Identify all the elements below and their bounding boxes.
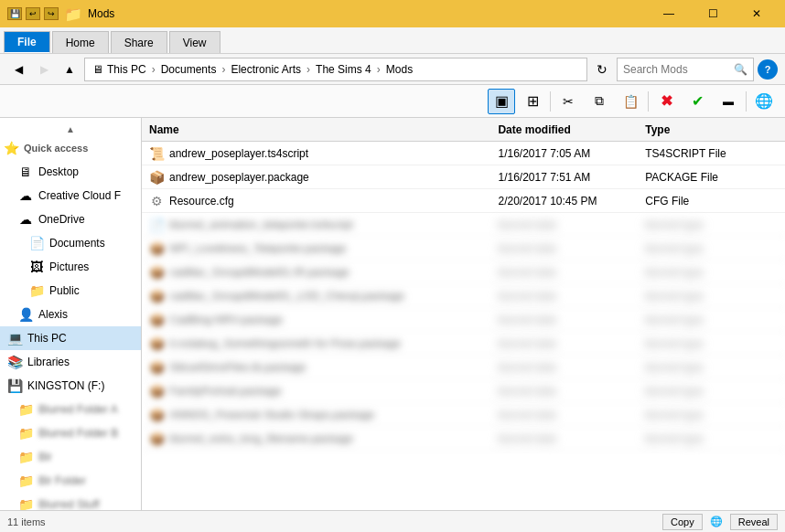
creative-cloud-icon: ☁ [18,188,33,203]
sidebar-label-kingston: KINGSTON (F:) [27,379,104,392]
sidebar-item-creative-cloud[interactable]: ☁ Creative Cloud F [0,184,141,207]
copy-status-button[interactable]: Copy [662,514,703,530]
cut-button[interactable]: ✂ [554,89,582,114]
paste-button[interactable]: 📋 [617,89,644,114]
file-row-blurred-7[interactable]: 📦 Silica4SimsFiles.tb.package blurred da… [142,356,785,379]
tab-file[interactable]: File [4,31,50,53]
file-list-header: Name Date modified Type [142,118,785,142]
sidebar-item-libraries[interactable]: 📚 Libraries [0,350,141,374]
properties-button[interactable]: ▬ [715,89,742,114]
column-header-type[interactable]: Type [638,123,785,136]
file-row-blurred-1[interactable]: 📄 blurred_animation_teleporter.ts4script… [142,213,785,237]
file-icon-package: 📦 [149,170,164,185]
public-icon: 📁 [29,283,44,298]
delete-button[interactable]: ✖ [652,89,680,114]
file-row-blurred-6[interactable]: 📦 it.notabug_Somethingsometh for Pose.pa… [142,332,785,356]
sidebar-item-alexis[interactable]: 👤 Alexis [0,303,141,326]
pictures-icon: 🖼 [29,260,44,274]
sidebar-item-desktop[interactable]: 🖥 Desktop [0,160,141,184]
column-header-date-modified[interactable]: Date modified [490,123,638,136]
file-name-package: andrew_poseplayer.package [169,171,309,184]
file-row-blurred-10[interactable]: 📦 blurred_extra_long_filename.package bl… [142,427,785,451]
sidebar-item-blurred-4[interactable]: 📁 Blr Folder [0,469,141,493]
close-button[interactable]: ✕ [736,0,778,27]
file-row-blurred-2[interactable]: 📦 WFI_Loveliness_Teleporter.package blur… [142,237,785,261]
up-button[interactable]: ▲ [59,59,81,80]
refresh-button[interactable]: ↻ [591,59,613,80]
file-date-cfg: 2/20/2017 10:45 PM [490,195,638,207]
file-list-container: Name Date modified Type 📜 andrew_posepla… [142,118,785,510]
search-input[interactable] [623,63,730,76]
sidebar-scroll-up[interactable]: ▲ [0,122,141,136]
tab-share[interactable]: Share [111,31,167,53]
sidebar-item-pictures[interactable]: 🖼 Pictures [0,255,141,279]
sidebar-item-onedrive[interactable]: ☁ OneDrive [0,207,141,231]
help-button[interactable]: ? [758,59,778,80]
sidebar-item-documents[interactable]: 📄 Documents [0,231,141,255]
title-bar-controls: — ☐ ✕ [648,0,778,27]
file-date-blurred-1: blurred date [490,218,638,231]
view-toggle-button[interactable]: ⊞ [519,89,546,114]
reveal-status-button[interactable]: Reveal [730,514,778,530]
tab-home[interactable]: Home [52,31,109,53]
sidebar-label-creative-cloud: Creative Cloud F [38,189,121,202]
file-type-package: PACKAGE File [638,171,785,184]
back-button[interactable]: ◀ [7,59,29,80]
rename-button[interactable]: ✔ [683,89,711,114]
network-icon: 🌐 [710,516,723,527]
file-name-ts4script: andrew_poseplayer.ts4script [169,147,308,160]
folder-icon: 📁 [64,5,82,23]
file-row-blurred-4[interactable]: 📦 cadillac_GroupdModel01_LOD_ChevyLpacka… [142,284,785,308]
sidebar-item-this-pc[interactable]: 💻 This PC [0,326,141,350]
title-bar: 💾 ↩ ↪ 📁 Mods — ☐ ✕ [0,0,785,27]
path-pc: 🖥 [92,63,103,76]
sidebar-item-quick-access: ⭐ Quick access [0,136,141,160]
file-row-blurred-5[interactable]: 📦 CadBing-NRV-package blurred date blurr… [142,308,785,332]
sidebar-label-onedrive: OneDrive [38,213,85,226]
file-row-blurred-9[interactable]: 📦 ANNOG_Poseclub Studio Straps.package b… [142,403,785,427]
file-date-package: 1/16/2017 7:51 AM [490,171,638,184]
kingston-icon: 💾 [7,378,22,393]
open-button[interactable]: 🌐 [750,89,778,114]
minimize-button[interactable]: — [648,0,690,27]
sidebar-item-blurred-5[interactable]: 📁 Blurred Stuff [0,493,141,510]
search-icon: 🔍 [734,63,747,76]
sidebar-label-pictures: Pictures [49,261,89,273]
sidebar-item-blurred-1[interactable]: 📁 Blurred Folder A [0,398,141,421]
file-type-ts4script: TS4SCRIPT File [638,147,785,160]
file-row-package[interactable]: 📦 andrew_poseplayer.package 1/16/2017 7:… [142,165,785,189]
status-right: Copy 🌐 Reveal [662,514,778,530]
status-bar: 11 items Copy 🌐 Reveal [0,510,785,532]
pane-toggle-button[interactable]: ▣ [488,89,515,114]
path-mods: Mods [386,63,413,76]
sidebar-label-alexis: Alexis [38,308,68,321]
forward-button[interactable]: ▶ [33,59,55,80]
sidebar-item-blurred-3[interactable]: 📁 Blr [0,445,141,469]
redo-icon[interactable]: ↪ [44,7,59,20]
file-type-blurred-1: blurred type [638,218,785,231]
quick-access-icon: ⭐ [4,141,18,155]
file-row-ts4script[interactable]: 📜 andrew_poseplayer.ts4script 1/16/2017 … [142,142,785,165]
sidebar: ▲ ⭐ Quick access 🖥 Desktop ☁ Creative Cl… [0,118,142,510]
copy-button[interactable]: ⧉ [586,89,613,114]
this-pc-icon: 💻 [7,331,22,346]
search-box[interactable]: 🔍 [617,58,754,81]
maximize-button[interactable]: ☐ [692,0,734,27]
undo-icon[interactable]: ↩ [26,7,40,20]
sidebar-item-blurred-2[interactable]: 📁 Blurred Folder B [0,421,141,445]
save-icon[interactable]: 💾 [7,7,22,20]
file-row-blurred-3[interactable]: 📦 cadillac_GroupdModel01.IR.package blur… [142,261,785,284]
file-row-cfg[interactable]: ⚙ Resource.cfg 2/20/2017 10:45 PM CFG Fi… [142,189,785,213]
address-path[interactable]: 🖥 This PC › Documents › Electronic Arts … [84,58,587,81]
sidebar-item-kingston[interactable]: 💾 KINGSTON (F:) [0,374,141,398]
desktop-icon: 🖥 [18,165,33,179]
title-text: Mods [88,7,114,20]
path-the-sims-4: The Sims 4 [316,63,371,76]
file-row-blurred-8[interactable]: 📦 FamilyPortrait.package blurred date bl… [142,379,785,403]
sidebar-item-public[interactable]: 📁 Public [0,279,141,303]
tab-view[interactable]: View [169,31,220,53]
documents-icon: 📄 [29,236,44,250]
status-item-count: 11 items [7,516,46,527]
toolbar-separator-3 [746,91,747,112]
column-header-name[interactable]: Name [142,123,490,136]
